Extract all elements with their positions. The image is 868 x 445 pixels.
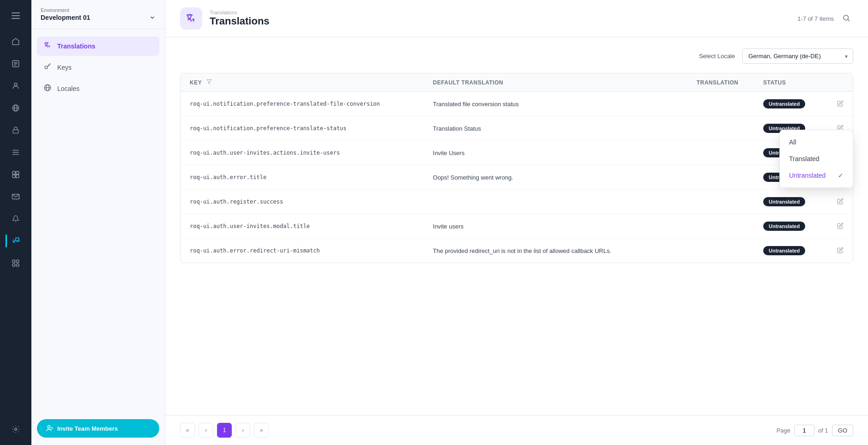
sidebar-item-translations[interactable]: Translations: [37, 36, 159, 56]
default-translation-cell: Invite Users: [424, 141, 687, 165]
page-input[interactable]: [794, 425, 814, 436]
box-nav-icon[interactable]: [6, 164, 26, 185]
nav-bar: 文A: [0, 0, 31, 445]
table-row: roq-ui.auth.register.success Untranslate…: [181, 190, 853, 214]
svg-rect-15: [12, 171, 15, 174]
main-content: Translations Translations 1-7 of 7 items…: [165, 0, 868, 445]
svg-point-30: [48, 426, 50, 428]
table-row: roq-ui.auth.error.title Oops! Something …: [181, 165, 853, 190]
last-page-button[interactable]: »: [254, 423, 269, 438]
table-row: roq-ui.notification.preference-translate…: [181, 116, 853, 141]
default-translation-cell: The provided redirect_uri is not in the …: [424, 239, 687, 263]
translation-cell: [687, 239, 754, 263]
default-translation-cell: Translation Status: [424, 116, 687, 141]
key-cell: roq-ui.notification.preference-translate…: [181, 92, 424, 116]
key-cell: roq-ui.auth.error.redirect-uri-mismatch: [181, 239, 424, 263]
locale-row: Select Locale German, Germany (de-DE) En…: [180, 48, 853, 64]
invite-button-label: Invite Team Members: [57, 425, 118, 432]
edit-icon[interactable]: [837, 247, 844, 255]
edit-icon[interactable]: [837, 101, 844, 108]
sidebar-item-locales[interactable]: Locales: [37, 79, 159, 98]
environment-selector[interactable]: Development 01: [41, 14, 156, 21]
table-row: roq-ui.notification.preference-translate…: [181, 92, 853, 116]
sidebar-header: Environment Development 01: [31, 0, 165, 29]
svg-rect-0: [12, 12, 20, 13]
status-badge: Untranslated: [763, 197, 805, 206]
lock-nav-icon[interactable]: [6, 120, 26, 140]
document-list-icon[interactable]: [6, 54, 26, 74]
environment-name: Development 01: [41, 14, 90, 21]
svg-rect-17: [12, 175, 15, 178]
status-cell: Untranslated: [754, 239, 828, 263]
prev-page-button[interactable]: ‹: [199, 423, 213, 438]
svg-rect-21: [12, 260, 15, 262]
list-nav-icon[interactable]: [6, 142, 26, 162]
edit-icon[interactable]: [837, 198, 844, 206]
user-nav-icon[interactable]: [6, 76, 26, 96]
translation-cell: [687, 190, 754, 214]
status-cell: Untranslated: [754, 92, 828, 116]
settings-nav-icon[interactable]: [6, 419, 26, 439]
translate-nav-icon[interactable]: 文A: [6, 231, 26, 251]
header-right: 1-7 of 7 items: [797, 11, 853, 26]
translations-header-icon: [185, 12, 197, 24]
translation-cell: [687, 214, 754, 239]
action-cell: [828, 92, 853, 116]
translation-cell: [687, 92, 754, 116]
dropdown-item-all[interactable]: All: [780, 134, 853, 150]
svg-point-33: [844, 15, 849, 20]
default-translation-cell: [424, 190, 687, 214]
page-right: Page of 1 GO: [777, 425, 853, 436]
svg-rect-2: [12, 18, 20, 19]
status-cell: Untranslated: [754, 214, 828, 239]
page-title: Translations: [210, 15, 790, 27]
svg-point-25: [15, 428, 17, 431]
key-filter-icon[interactable]: [206, 79, 212, 86]
locale-label: Select Locale: [699, 53, 735, 60]
search-button[interactable]: [839, 11, 853, 26]
translations-sidebar-icon: [43, 41, 52, 51]
hamburger-icon[interactable]: [6, 6, 26, 26]
breadcrumb: Translations: [210, 10, 790, 15]
invite-team-members-button[interactable]: Invite Team Members: [37, 419, 159, 438]
first-page-button[interactable]: «: [180, 423, 195, 438]
locales-sidebar-label: Locales: [57, 85, 79, 92]
svg-marker-35: [207, 80, 211, 84]
col-header-default-translation: Default Translation: [424, 73, 687, 92]
mail-nav-icon[interactable]: [6, 186, 26, 207]
svg-rect-24: [17, 264, 19, 266]
widget-nav-icon[interactable]: [6, 253, 26, 273]
edit-icon[interactable]: [837, 223, 844, 230]
locale-select[interactable]: German, Germany (de-DE) English, US (en-…: [742, 48, 853, 64]
keys-sidebar-icon: [43, 62, 52, 72]
go-button[interactable]: GO: [832, 425, 853, 436]
status-badge: Untranslated: [763, 99, 805, 108]
dropdown-item-translated[interactable]: Translated: [780, 150, 853, 167]
translation-cell: [687, 165, 754, 190]
sidebar-item-keys[interactable]: Keys: [37, 58, 159, 77]
next-page-button[interactable]: ›: [235, 423, 250, 438]
translation-cell: [687, 141, 754, 165]
key-cell: roq-ui.auth.register.success: [181, 190, 424, 214]
keys-sidebar-label: Keys: [57, 64, 72, 71]
items-count: 1-7 of 7 items: [797, 15, 834, 22]
svg-rect-23: [12, 264, 15, 266]
default-translation-cell: Translated file conversion status: [424, 92, 687, 116]
main-header: Translations Translations 1-7 of 7 items: [165, 0, 868, 37]
svg-rect-11: [13, 130, 18, 133]
table-row: roq-ui.auth.error.redirect-uri-mismatch …: [181, 239, 853, 263]
dropdown-item-untranslated[interactable]: Untranslated ✓: [780, 167, 853, 184]
status-badge: Untranslated: [763, 222, 805, 231]
page-controls: « ‹ 1 › »: [180, 423, 269, 438]
col-header-actions: [828, 73, 853, 92]
key-cell: roq-ui.auth.user-invites.modal.title: [181, 214, 424, 239]
home-icon[interactable]: [6, 31, 26, 52]
globe-nav-icon[interactable]: [6, 98, 26, 118]
page-1-button[interactable]: 1: [217, 423, 232, 438]
col-header-translation: Translation: [687, 73, 754, 92]
header-icon: [180, 7, 202, 30]
page-label: Page: [777, 427, 790, 434]
bell-nav-icon[interactable]: [6, 209, 26, 229]
selected-checkmark: ✓: [838, 172, 844, 179]
table-row: roq-ui.auth.user-invites.modal.title Inv…: [181, 214, 853, 239]
